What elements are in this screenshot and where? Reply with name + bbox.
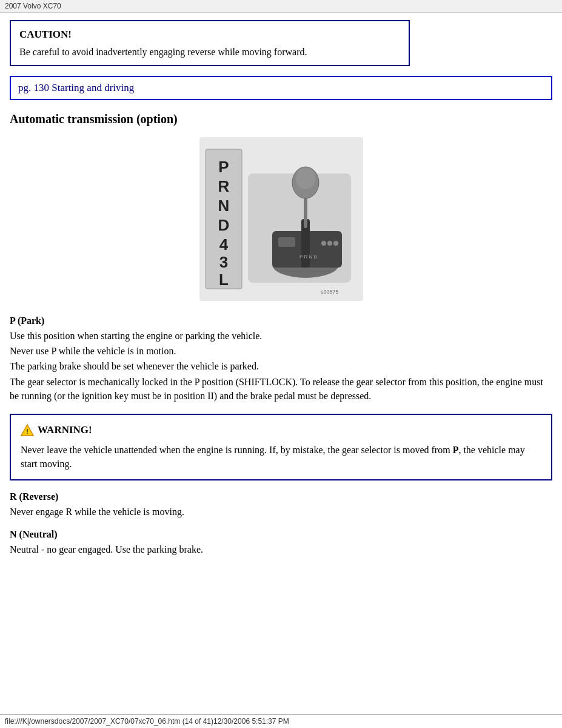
warning-box: ! WARNING! Never leave the vehicle unatt… — [10, 414, 552, 480]
svg-text:P R N D: P R N D — [299, 254, 317, 260]
r-reverse-text: Never engage R while the vehicle is movi… — [10, 505, 552, 519]
warning-text-before: Never leave the vehicle unattended when … — [21, 445, 453, 455]
warning-title: ! WARNING! — [21, 423, 541, 437]
r-reverse-heading: R (Reverse) — [10, 491, 552, 502]
warning-triangle-icon: ! — [21, 423, 34, 437]
p-park-line3: The parking brake should be set whenever… — [10, 359, 552, 373]
p-park-line2: Never use P while the vehicle is in moti… — [10, 344, 552, 358]
svg-text:!: ! — [26, 428, 28, 435]
svg-point-20 — [333, 241, 338, 246]
svg-text:3: 3 — [219, 253, 227, 271]
svg-point-19 — [327, 241, 332, 246]
n-neutral-text: Neutral - no gear engaged. Use the parki… — [10, 542, 552, 556]
p-park-line1: Use this position when starting the engi… — [10, 329, 552, 343]
n-neutral-section: N (Neutral) Neutral - no gear engaged. U… — [10, 529, 552, 556]
warning-bold-word: P — [453, 445, 459, 455]
p-park-section: P (Park) Use this position when starting… — [10, 315, 552, 403]
gear-image-container: P R N D 4 3 L P R N D — [10, 137, 552, 301]
svg-rect-16 — [278, 237, 295, 247]
caution-text: Be careful to avoid inadvertently engagi… — [19, 47, 400, 58]
section-title: Automatic transmission (option) — [10, 112, 552, 126]
warning-body: Never leave the vehicle unattended when … — [21, 443, 541, 471]
caution-title: CAUTION! — [19, 29, 400, 41]
main-content: CAUTION! Be careful to avoid inadvertent… — [0, 13, 562, 590]
svg-point-15 — [296, 167, 315, 189]
page-nav-box[interactable]: pg. 130 Starting and driving — [10, 76, 552, 100]
footer-bar: file:///K|/ownersdocs/2007/2007_XC70/07x… — [0, 714, 562, 728]
svg-text:s00675: s00675 — [321, 289, 339, 295]
warning-label: WARNING! — [38, 424, 92, 436]
svg-text:4: 4 — [219, 235, 228, 254]
svg-text:P: P — [218, 158, 229, 176]
footer-text: file:///K|/ownersdocs/2007/2007_XC70/07x… — [5, 717, 289, 726]
p-park-line4: The gear selector is mechanically locked… — [10, 375, 552, 403]
svg-text:N: N — [218, 197, 229, 215]
n-neutral-heading: N (Neutral) — [10, 529, 552, 540]
svg-text:L: L — [219, 271, 229, 289]
svg-text:D: D — [218, 216, 229, 234]
gear-selector-image: P R N D 4 3 L P R N D — [199, 137, 363, 301]
caution-box: CAUTION! Be careful to avoid inadvertent… — [10, 20, 410, 66]
page-nav-text: pg. 130 Starting and driving — [18, 82, 134, 93]
svg-point-18 — [321, 241, 326, 246]
p-park-heading: P (Park) — [10, 315, 552, 326]
svg-text:R: R — [218, 177, 229, 195]
r-reverse-section: R (Reverse) Never engage R while the veh… — [10, 491, 552, 519]
browser-tab: 2007 Volvo XC70 — [0, 0, 562, 13]
tab-title: 2007 Volvo XC70 — [5, 2, 61, 10]
